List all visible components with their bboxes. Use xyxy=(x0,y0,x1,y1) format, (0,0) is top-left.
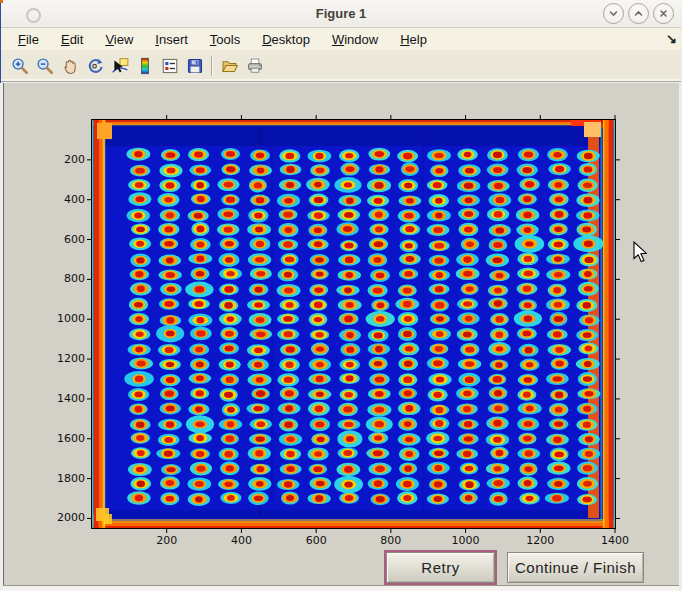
menu-item-view[interactable]: View xyxy=(94,30,144,49)
data-cursor-icon[interactable] xyxy=(108,54,131,78)
figure-window: Figure 1 FileEditViewInsertToolsDesktopW… xyxy=(0,0,682,591)
menu-item-insert[interactable]: Insert xyxy=(144,30,199,49)
menu-item-window[interactable]: Window xyxy=(321,30,389,49)
menu-item-edit[interactable]: Edit xyxy=(50,30,94,49)
toolbar xyxy=(1,50,681,82)
window-title: Figure 1 xyxy=(1,0,681,27)
insert-colorbar-icon[interactable] xyxy=(133,54,156,78)
plate-heatmap-image xyxy=(92,120,615,528)
zoom-in-icon[interactable] xyxy=(8,54,31,78)
window-border-left xyxy=(3,83,4,585)
chevron-up-icon xyxy=(633,8,644,19)
rotate-3d-icon[interactable] xyxy=(83,54,106,78)
continue-finish-button[interactable]: Continue / Finish xyxy=(507,552,644,583)
shade-button[interactable] xyxy=(603,3,624,24)
window-border-bottom xyxy=(3,585,679,591)
open-icon[interactable] xyxy=(218,54,241,78)
retry-button[interactable]: Retry xyxy=(386,552,495,583)
menu-item-help[interactable]: Help xyxy=(389,30,438,49)
toolbar-separator xyxy=(211,56,213,76)
menu-overflow-arrow-icon[interactable]: ↘ xyxy=(666,31,677,46)
save-icon[interactable] xyxy=(183,54,206,78)
chevron-down-icon xyxy=(608,8,619,19)
title-bar: Figure 1 xyxy=(1,0,681,28)
print-icon[interactable] xyxy=(243,54,266,78)
window-corner xyxy=(0,0,3,3)
unshade-button[interactable] xyxy=(628,3,649,24)
menu-item-tools[interactable]: Tools xyxy=(199,30,251,49)
menu-item-file[interactable]: File xyxy=(7,30,50,49)
menu-bar: FileEditViewInsertToolsDesktopWindowHelp xyxy=(1,28,681,50)
close-button[interactable] xyxy=(653,3,674,24)
close-icon xyxy=(658,8,669,19)
zoom-out-icon[interactable] xyxy=(33,54,56,78)
menu-item-desktop[interactable]: Desktop xyxy=(251,30,321,49)
insert-legend-icon[interactable] xyxy=(158,54,181,78)
window-controls xyxy=(603,3,674,24)
window-border-accent xyxy=(0,0,1,83)
pan-icon[interactable] xyxy=(58,54,81,78)
